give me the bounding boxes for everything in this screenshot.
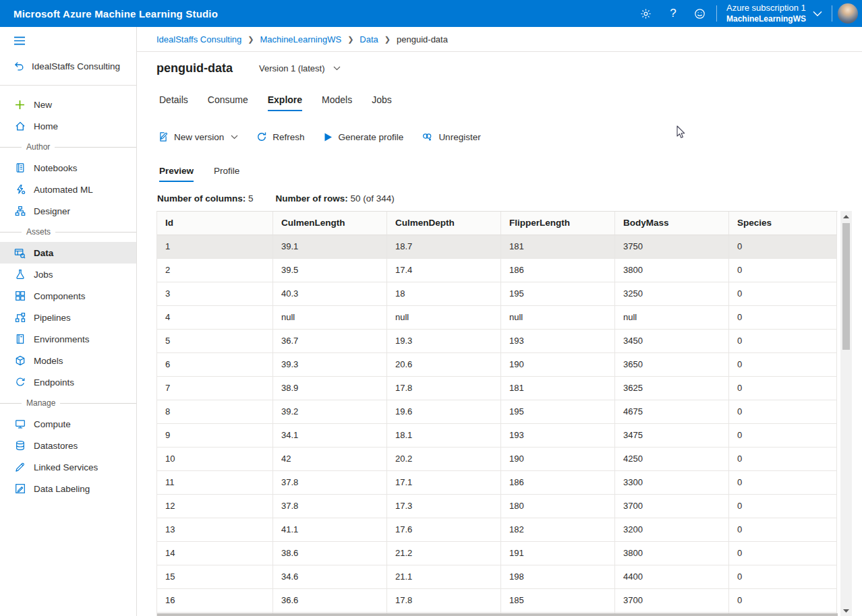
unregister-button[interactable]: Unregister — [422, 131, 480, 142]
tab-explore[interactable]: Explore — [268, 94, 302, 111]
chevron-down-icon[interactable] — [811, 11, 829, 17]
workspace-back-button[interactable]: IdealStaffs Consulting — [0, 49, 136, 75]
subtab-profile[interactable]: Profile — [214, 166, 239, 182]
table-row[interactable]: 1438.621.219138000 — [157, 542, 838, 565]
breadcrumb-separator-icon: ❯ — [248, 35, 254, 44]
sidebar-item-automated-ml[interactable]: Automated ML — [0, 179, 136, 200]
sidebar-item-data-labeling[interactable]: Data Labeling — [0, 478, 136, 499]
table-cell: 186 — [501, 259, 615, 282]
avatar[interactable] — [838, 3, 858, 24]
table-cell: 41.1 — [273, 518, 387, 542]
table-row[interactable]: 639.320.619036500 — [157, 353, 838, 377]
feedback-icon[interactable] — [687, 0, 714, 27]
workspace-switcher[interactable]: Azure subscription 1 MachineLearningWS — [720, 3, 811, 24]
breadcrumb-item[interactable]: MachineLearningWS — [260, 34, 341, 44]
sidebar-item-linked-services[interactable]: Linked Services — [0, 456, 136, 478]
tab-consume[interactable]: Consume — [208, 94, 248, 111]
table-cell: 3475 — [615, 424, 729, 448]
table-cell: 193 — [501, 424, 615, 448]
table-cell: null — [501, 306, 615, 330]
divider — [716, 5, 717, 22]
table-cell: 190 — [501, 448, 615, 471]
sidebar-item-home[interactable]: Home — [0, 115, 136, 137]
toolbar-button-label: Unregister — [438, 132, 480, 142]
table-row[interactable]: 104220.219042500 — [157, 448, 838, 471]
scroll-down-button[interactable] — [840, 605, 852, 616]
chevron-down-icon — [333, 66, 341, 71]
column-header: BodyMass — [615, 212, 729, 235]
sidebar-item-components[interactable]: Components — [0, 285, 136, 307]
triangle-up-icon — [843, 215, 849, 218]
columns-count-value: 5 — [248, 193, 254, 204]
tab-models[interactable]: Models — [322, 94, 352, 111]
notebook-icon — [14, 162, 26, 173]
table-cell: 0 — [729, 448, 837, 471]
sidebar-item-label: Endpoints — [34, 377, 74, 388]
horizontal-scrollbar[interactable] — [157, 613, 838, 616]
sidebar-item-jobs[interactable]: Jobs — [0, 264, 136, 285]
subtab-preview[interactable]: Preview — [159, 166, 194, 182]
table-cell: 4 — [157, 306, 273, 330]
sidebar-item-environments[interactable]: Environments — [0, 328, 136, 350]
components-icon — [14, 290, 26, 301]
table-cell: 193 — [501, 330, 615, 353]
table-cell: 4675 — [615, 400, 729, 424]
table-cell: 181 — [501, 235, 615, 259]
table-cell: 0 — [729, 377, 837, 400]
sidebar-item-designer[interactable]: Designer — [0, 200, 136, 222]
breadcrumb-item[interactable]: IdealStaffs Consulting — [156, 34, 241, 44]
scroll-up-button[interactable] — [840, 211, 852, 222]
sidebar-item-label: Designer — [34, 206, 70, 216]
table-cell: 3625 — [615, 377, 729, 400]
gear-icon — [640, 8, 652, 20]
menu-toggle-button[interactable] — [0, 27, 136, 49]
table-row[interactable]: 1534.621.119844000 — [157, 565, 838, 589]
sidebar-item-label: Data Labeling — [34, 484, 90, 494]
sidebar-item-endpoints[interactable]: Endpoints — [0, 371, 136, 393]
version-selector[interactable]: Version 1 (latest) — [251, 59, 349, 78]
table-row[interactable]: 1341.117.618232000 — [157, 518, 838, 542]
new-version-button[interactable]: New version — [158, 131, 238, 142]
table-cell: 9 — [157, 424, 273, 448]
table-cell: 3750 — [615, 235, 729, 259]
table-row[interactable]: 934.118.119334750 — [157, 424, 838, 448]
vertical-scrollbar[interactable] — [840, 211, 852, 616]
sidebar-item-models[interactable]: Models — [0, 350, 136, 371]
table-row[interactable]: 1636.617.818537000 — [157, 589, 838, 613]
question-mark-icon: ? — [670, 7, 676, 20]
sidebar-item-data[interactable]: Data — [0, 242, 136, 264]
models-icon — [14, 355, 26, 366]
table-row[interactable]: 1137.817.118633000 — [157, 471, 838, 495]
sidebar-item-datastores[interactable]: Datastores — [0, 435, 136, 456]
table-cell: 18 — [387, 282, 501, 306]
table-cell: 5 — [157, 330, 273, 353]
sidebar-item-notebooks[interactable]: Notebooks — [0, 157, 136, 179]
table-row[interactable]: 340.31819532500 — [157, 282, 838, 306]
settings-icon[interactable] — [633, 0, 660, 27]
breadcrumb-item[interactable]: Data — [360, 34, 378, 44]
sidebar-item-pipelines[interactable]: Pipelines — [0, 307, 136, 328]
table-cell: 0 — [729, 306, 837, 330]
table-cell: 198 — [501, 565, 615, 589]
generate-profile-button[interactable]: Generate profile — [323, 132, 404, 142]
help-icon[interactable]: ? — [660, 0, 687, 27]
table-cell: 14 — [157, 542, 273, 565]
table-row[interactable]: 536.719.319334500 — [157, 330, 838, 353]
tab-jobs[interactable]: Jobs — [372, 94, 392, 111]
table-row[interactable]: 1237.817.318037000 — [157, 495, 838, 518]
table-row[interactable]: 839.219.619546750 — [157, 400, 838, 424]
version-label: Version 1 (latest) — [259, 63, 325, 73]
table-row[interactable]: 4nullnullnullnull0 — [157, 306, 838, 330]
refresh-button[interactable]: Refresh — [256, 131, 304, 142]
table-row[interactable]: 239.517.418638000 — [157, 259, 838, 282]
table-row[interactable]: 738.917.818136250 — [157, 377, 838, 400]
tab-details[interactable]: Details — [159, 94, 188, 111]
page-title: penguid-data — [156, 61, 233, 75]
column-header: FlipperLength — [501, 212, 615, 235]
sidebar-item-new[interactable]: New — [0, 94, 136, 115]
table-row[interactable]: 139.118.718137500 — [157, 235, 838, 259]
scrollbar-thumb[interactable] — [842, 223, 850, 350]
table-cell: 182 — [501, 518, 615, 542]
table-cell: 4400 — [615, 565, 729, 589]
sidebar-item-compute[interactable]: Compute — [0, 413, 136, 435]
